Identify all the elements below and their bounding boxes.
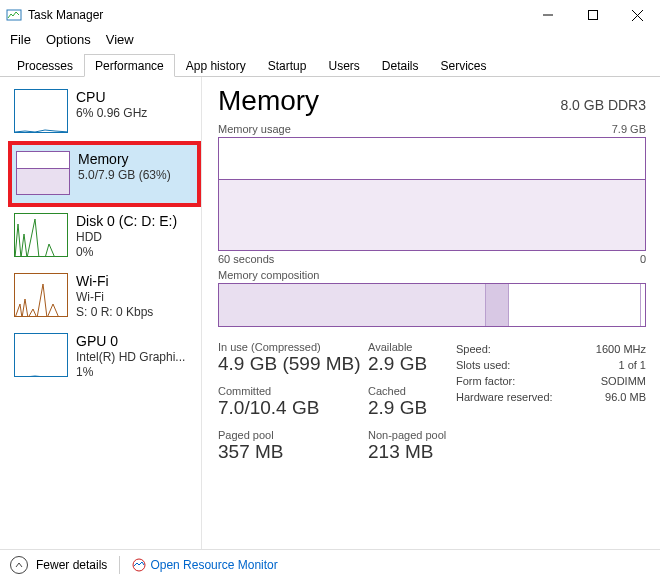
sidebar-item-sub: Intel(R) HD Graphi... [76,350,185,364]
usage-label: Memory usage [218,123,291,135]
spec-form-l: Form factor: [456,373,515,389]
tab-users[interactable]: Users [317,54,370,77]
detail-pane: Memory 8.0 GB DDR3 Memory usage 7.9 GB 6… [202,77,660,549]
spec-hw-l: Hardware reserved: [456,389,553,405]
sidebar-item-disk[interactable]: Disk 0 (C: D: E:) HDD 0% [8,207,201,267]
detail-capacity: 8.0 GB DDR3 [560,97,646,113]
sidebar-item-sub: 6% 0.96 GHz [76,106,147,120]
app-icon [6,7,22,23]
stat-available-val: 2.9 GB [368,353,448,375]
cpu-thumb-chart [14,89,68,133]
chevron-up-icon[interactable] [10,556,28,574]
close-button[interactable] [615,0,660,30]
monitor-link-label: Open Resource Monitor [150,558,277,572]
svg-rect-2 [588,11,597,20]
tab-apphistory[interactable]: App history [175,54,257,77]
sidebar-item-sub: 5.0/7.9 GB (63%) [78,168,171,182]
stats-left: In use (Compressed) 4.9 GB (599 MB) Avai… [218,341,448,471]
sidebar-text: Memory 5.0/7.9 GB (63%) [78,151,171,195]
stats-grid: In use (Compressed) 4.9 GB (599 MB) Avai… [218,341,646,471]
window-title: Task Manager [28,8,525,22]
sidebar-text: Disk 0 (C: D: E:) HDD 0% [76,213,177,259]
sidebar-item-label: Wi-Fi [76,273,153,289]
memory-thumb-chart [16,151,70,195]
sidebar-item-label: GPU 0 [76,333,185,349]
menu-view[interactable]: View [106,32,134,47]
usage-max: 7.9 GB [612,123,646,135]
stat-committed-val: 7.0/10.4 GB [218,397,368,419]
sidebar-item-sub: HDD [76,230,177,244]
disk-thumb-chart [14,213,68,257]
sidebar-item-sub: Wi-Fi [76,290,153,304]
spec-speed-l: Speed: [456,341,491,357]
sidebar: CPU 6% 0.96 GHz Memory 5.0/7.9 GB (63%) … [0,77,202,549]
usage-chart-label: Memory usage 7.9 GB [218,123,646,135]
tab-strip: Processes Performance App history Startu… [0,53,660,77]
memory-usage-chart[interactable] [218,137,646,251]
sidebar-item-sub2: 1% [76,365,185,379]
composition-label-row: Memory composition [218,269,646,281]
axis-right: 0 [640,253,646,265]
title-bar: Task Manager [0,0,660,30]
tab-details[interactable]: Details [371,54,430,77]
composition-label: Memory composition [218,269,319,281]
fewer-details-button[interactable]: Fewer details [36,558,107,572]
stat-cached-label: Cached [368,385,448,397]
tab-performance[interactable]: Performance [84,54,175,77]
sidebar-item-sub2: S: 0 R: 0 Kbps [76,305,153,319]
stat-available-label: Available [368,341,448,353]
spec-speed-v: 1600 MHz [596,341,646,357]
stat-nonpaged-label: Non-paged pool [368,429,448,441]
spec-slots-l: Slots used: [456,357,510,373]
stats-right: Speed:1600 MHz Slots used:1 of 1 Form fa… [456,341,646,471]
maximize-button[interactable] [570,0,615,30]
menu-file[interactable]: File [10,32,31,47]
comp-seg-modified [486,284,508,326]
sidebar-text: CPU 6% 0.96 GHz [76,89,147,133]
axis-left: 60 seconds [218,253,274,265]
menu-options[interactable]: Options [46,32,91,47]
sidebar-item-label: CPU [76,89,147,105]
sidebar-text: GPU 0 Intel(R) HD Graphi... 1% [76,333,185,379]
chart-axis: 60 seconds 0 [218,253,646,265]
chart-fill [219,179,645,250]
gpu-thumb-chart [14,333,68,377]
sidebar-item-memory[interactable]: Memory 5.0/7.9 GB (63%) [8,141,201,207]
stat-committed-label: Committed [218,385,368,397]
detail-header: Memory 8.0 GB DDR3 [218,85,646,117]
sidebar-item-label: Memory [78,151,171,167]
sidebar-item-sub2: 0% [76,245,177,259]
open-resource-monitor-link[interactable]: Open Resource Monitor [132,558,277,572]
tab-processes[interactable]: Processes [6,54,84,77]
divider [119,556,120,574]
monitor-icon [132,558,146,572]
sidebar-item-wifi[interactable]: Wi-Fi Wi-Fi S: 0 R: 0 Kbps [8,267,201,327]
wifi-thumb-chart [14,273,68,317]
tab-startup[interactable]: Startup [257,54,318,77]
spec-form-v: SODIMM [601,373,646,389]
spec-slots-v: 1 of 1 [618,357,646,373]
memory-composition-chart[interactable] [218,283,646,327]
footer: Fewer details Open Resource Monitor [0,549,660,580]
content-body: CPU 6% 0.96 GHz Memory 5.0/7.9 GB (63%) … [0,77,660,549]
stat-paged-label: Paged pool [218,429,368,441]
window-controls [525,0,660,30]
stat-nonpaged-val: 213 MB [368,441,448,463]
menu-bar: File Options View [0,30,660,53]
spec-hw-v: 96.0 MB [605,389,646,405]
comp-seg-inuse [219,284,486,326]
comp-seg-free [641,284,645,326]
sidebar-item-label: Disk 0 (C: D: E:) [76,213,177,229]
detail-title: Memory [218,85,319,117]
sidebar-item-cpu[interactable]: CPU 6% 0.96 GHz [8,83,201,141]
sidebar-item-gpu[interactable]: GPU 0 Intel(R) HD Graphi... 1% [8,327,201,387]
sidebar-text: Wi-Fi Wi-Fi S: 0 R: 0 Kbps [76,273,153,319]
stat-inuse-val: 4.9 GB (599 MB) [218,353,368,375]
minimize-button[interactable] [525,0,570,30]
stat-paged-val: 357 MB [218,441,368,463]
comp-seg-standby [509,284,641,326]
stat-inuse-label: In use (Compressed) [218,341,368,353]
stat-cached-val: 2.9 GB [368,397,448,419]
tab-services[interactable]: Services [430,54,498,77]
